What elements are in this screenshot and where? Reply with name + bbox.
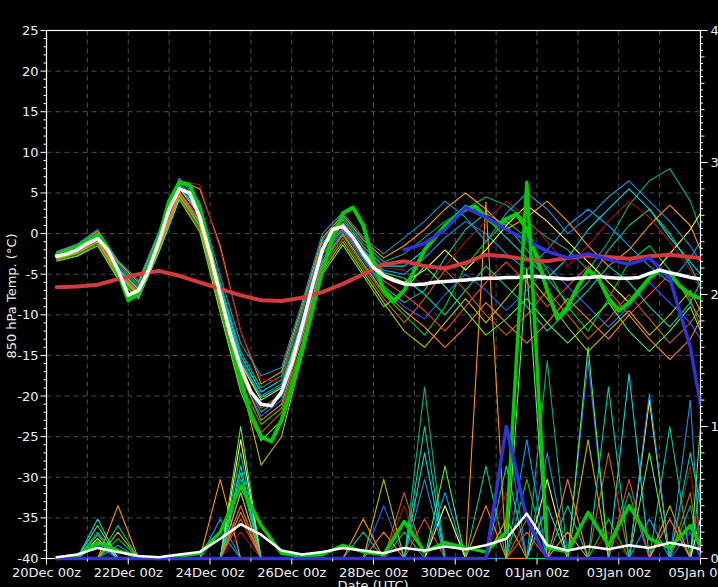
svg-text:-25: -25 xyxy=(17,429,38,444)
svg-text:-10: -10 xyxy=(17,307,38,322)
svg-text:01Jan 00z: 01Jan 00z xyxy=(505,565,569,580)
svg-text:-20: -20 xyxy=(17,389,38,404)
ensemble-meteogram-chart: 2520151050-5-10-15-20-25-30-35-404030201… xyxy=(0,0,718,587)
svg-text:20Dec 00z: 20Dec 00z xyxy=(12,565,81,580)
meteogram-page: Chicago (US) 850 hPa Temp. & Niederschla… xyxy=(0,0,718,587)
svg-text:5: 5 xyxy=(30,185,38,200)
y-axis-label: 850 hPa Temp. (°C) xyxy=(4,226,18,366)
svg-text:20: 20 xyxy=(22,64,39,79)
svg-text:25: 25 xyxy=(22,23,39,38)
svg-text:15: 15 xyxy=(22,104,39,119)
x-axis-label: Date (UTC) xyxy=(303,578,443,587)
svg-text:30: 30 xyxy=(711,155,718,170)
svg-text:22Dec 00z: 22Dec 00z xyxy=(94,565,163,580)
svg-text:20: 20 xyxy=(711,287,718,302)
svg-text:03Jan 00z: 03Jan 00z xyxy=(587,565,651,580)
svg-text:10: 10 xyxy=(22,145,39,160)
svg-text:-35: -35 xyxy=(17,510,38,525)
svg-text:-5: -5 xyxy=(26,267,39,282)
svg-text:-40: -40 xyxy=(17,551,38,566)
svg-text:40: 40 xyxy=(711,23,718,38)
svg-text:-15: -15 xyxy=(17,348,38,363)
svg-text:0: 0 xyxy=(711,551,718,566)
svg-text:24Dec 00z: 24Dec 00z xyxy=(175,565,244,580)
svg-text:05Jan 00z: 05Jan 00z xyxy=(668,565,718,580)
svg-text:-30: -30 xyxy=(17,470,38,485)
svg-text:10: 10 xyxy=(711,419,718,434)
svg-text:0: 0 xyxy=(30,226,38,241)
